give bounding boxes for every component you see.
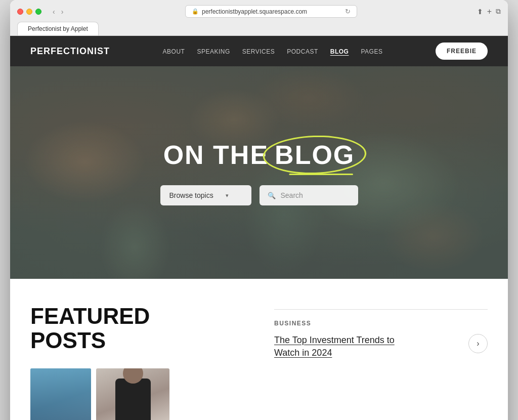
featured-image-1 xyxy=(30,368,91,420)
browse-topics-dropdown[interactable]: Browse topics ▾ xyxy=(160,185,251,205)
freebie-button[interactable]: FREEBIE xyxy=(436,43,488,60)
search-placeholder: Search xyxy=(281,191,303,199)
close-button[interactable] xyxy=(17,9,23,15)
browser-chrome: ‹ › 🔒 perfectionistbyapplet.squarespace.… xyxy=(10,0,508,36)
browser-tab-bar: Perfectionist by Applet xyxy=(17,22,501,35)
active-tab[interactable]: Perfectionist by Applet xyxy=(17,22,99,35)
browse-topics-label: Browse topics xyxy=(169,191,213,199)
featured-images xyxy=(30,368,244,420)
browser-actions: ⬆ + ⧉ xyxy=(477,7,501,16)
url-text: perfectionistbyapplet.squarespace.com xyxy=(202,8,307,15)
featured-image-2 xyxy=(96,368,169,420)
arrow-right-icon: › xyxy=(477,339,479,348)
person-silhouette xyxy=(96,368,169,420)
traffic-lights xyxy=(17,9,41,15)
site-content: PERFECTIONIST ABOUT SPEAKING SERVICES PO… xyxy=(10,36,508,420)
hero-title-blog: BLOG xyxy=(275,140,355,170)
browser-window: ‹ › 🔒 perfectionistbyapplet.squarespace.… xyxy=(10,0,508,420)
back-button[interactable]: ‹ xyxy=(51,7,57,17)
lock-icon: 🔒 xyxy=(192,8,199,15)
featured-right: BUSINESS The Top Investment Trends to Wa… xyxy=(274,304,488,420)
nav-links: ABOUT SPEAKING SERVICES PODCAST BLOG PAG… xyxy=(163,47,383,56)
featured-left: FEATURED POSTS xyxy=(30,304,244,420)
clone-icon[interactable]: ⧉ xyxy=(496,7,501,16)
hero-section: ON THE BLOG Browse topics ▾ 🔍 Search xyxy=(10,66,508,279)
minimize-button[interactable] xyxy=(26,9,32,15)
person-head xyxy=(123,368,143,384)
forward-button[interactable]: › xyxy=(59,7,66,17)
nav-item-about[interactable]: ABOUT xyxy=(163,48,185,55)
hero-controls: Browse topics ▾ 🔍 Search xyxy=(160,185,358,205)
site-logo[interactable]: PERFECTIONIST xyxy=(30,46,110,57)
featured-title: FEATURED POSTS xyxy=(30,304,244,353)
hero-title-part1: ON THE xyxy=(163,140,269,170)
search-box[interactable]: 🔍 Search xyxy=(260,185,358,205)
featured-title-line2: POSTS xyxy=(30,328,106,353)
maximize-button[interactable] xyxy=(35,9,41,15)
address-bar[interactable]: 🔒 perfectionistbyapplet.squarespace.com … xyxy=(185,5,357,18)
post-arrow-button[interactable]: › xyxy=(468,334,488,353)
post-row: The Top Investment Trends to Watch in 20… xyxy=(274,334,488,359)
refresh-icon[interactable]: ↻ xyxy=(345,8,351,15)
featured-title-line1: FEATURED xyxy=(30,304,150,328)
nav-item-speaking[interactable]: SPEAKING xyxy=(197,48,230,55)
section-divider xyxy=(274,309,488,310)
new-tab-icon[interactable]: + xyxy=(487,7,492,16)
nav-item-blog[interactable]: BLOG xyxy=(330,48,349,55)
hero-title: ON THE BLOG xyxy=(163,140,355,170)
category-label: BUSINESS xyxy=(274,320,488,327)
address-bar-wrap: 🔒 perfectionistbyapplet.squarespace.com … xyxy=(70,5,471,18)
browser-nav-buttons: ‹ › xyxy=(51,7,65,17)
chevron-down-icon: ▾ xyxy=(226,192,229,199)
person-body xyxy=(115,379,151,420)
share-icon[interactable]: ⬆ xyxy=(477,8,483,16)
nav-item-pages[interactable]: PAGES xyxy=(361,48,382,55)
nav-item-podcast[interactable]: PODCAST xyxy=(287,48,318,55)
post-title[interactable]: The Top Investment Trends to Watch in 20… xyxy=(274,334,416,359)
hero-background xyxy=(10,66,508,279)
featured-section: FEATURED POSTS BUSINESS xyxy=(10,279,508,420)
nav-item-services[interactable]: SERVICES xyxy=(242,48,275,55)
site-nav: PERFECTIONIST ABOUT SPEAKING SERVICES PO… xyxy=(10,36,508,66)
search-icon: 🔍 xyxy=(268,192,276,199)
